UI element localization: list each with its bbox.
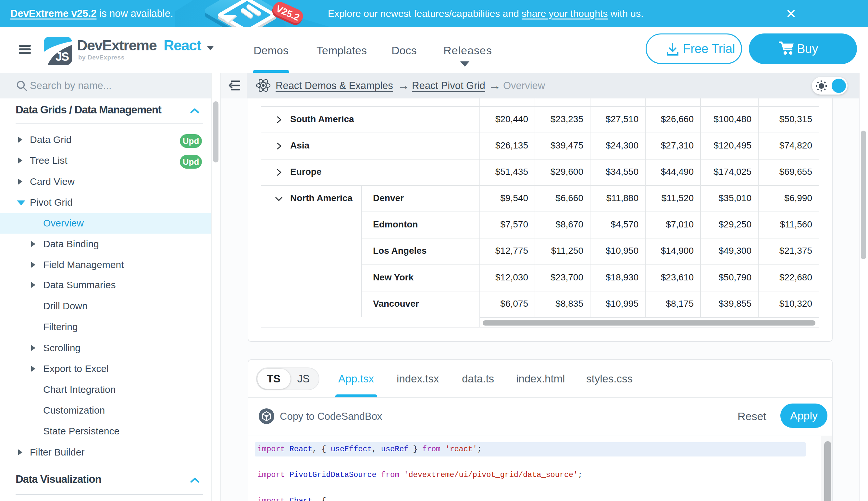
- svg-text:JS: JS: [55, 50, 69, 63]
